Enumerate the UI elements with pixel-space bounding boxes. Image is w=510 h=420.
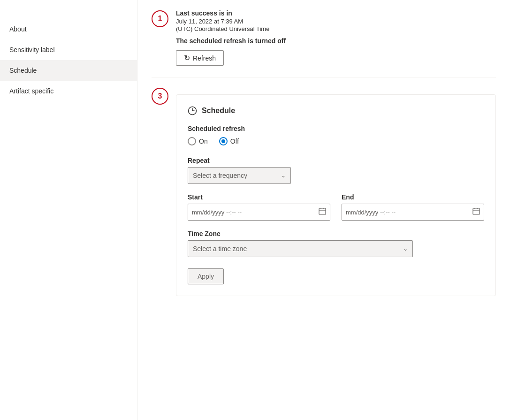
timezone-label: Time Zone [188,230,484,237]
radio-on[interactable]: On [188,137,208,145]
timezone-dropdown-arrow: ⌄ [403,245,408,252]
start-placeholder: mm/dd/yyyy --:-- -- [192,209,319,216]
step1-badge: 1 [152,10,168,27]
sidebar-item-sensitivity-label[interactable]: Sensitivity label [0,39,137,60]
datetime-row: Start mm/dd/yyyy --:-- -- [188,193,484,221]
scheduled-refresh-label: Scheduled refresh [188,125,484,132]
radio-off-dot [221,139,225,143]
apply-button[interactable]: Apply [188,268,224,284]
svg-rect-7 [473,208,480,214]
scheduled-refresh-radio-group: On Off [188,137,484,145]
apply-button-label: Apply [198,273,214,280]
last-success-tz: (UTC) Coordinated Universal Time [176,25,496,32]
step3-content: Schedule Scheduled refresh On [176,87,496,296]
end-field: End mm/dd/yyyy --:-- -- [342,193,484,221]
clock-icon [188,106,197,115]
start-label: Start [188,193,330,201]
step3-section: 3 Schedule Scheduled refresh [152,87,496,296]
timezone-placeholder: Select a time zone [193,245,247,252]
refresh-icon: ↻ [184,53,190,62]
svg-rect-3 [319,208,326,214]
schedule-card: Schedule Scheduled refresh On [176,94,496,296]
repeat-placeholder: Select a frequency [193,172,247,179]
start-input[interactable]: mm/dd/yyyy --:-- -- [188,204,330,221]
divider-1 [152,77,496,77]
step3-badge: 3 [152,88,168,105]
radio-off-label: Off [230,137,239,145]
end-calendar-icon[interactable] [472,207,480,217]
repeat-label: Repeat [188,157,484,164]
end-label: End [342,193,484,201]
start-field: Start mm/dd/yyyy --:-- -- [188,193,330,221]
sidebar: About Sensitivity label Schedule Artifac… [0,0,137,420]
last-success-time: July 11, 2022 at 7:39 AM [176,18,496,25]
sidebar-item-schedule[interactable]: Schedule [0,60,137,81]
end-input[interactable]: mm/dd/yyyy --:-- -- [342,204,484,221]
sidebar-item-artifact-specific[interactable]: Artifact specific [0,81,137,101]
schedule-card-header: Schedule [188,106,484,115]
radio-on-label: On [199,137,208,145]
radio-on-circle [188,137,196,145]
sidebar-item-about[interactable]: About [0,19,137,39]
refresh-button-label: Refresh [193,54,216,62]
scheduled-status-text: The scheduled refresh is turned off [176,37,496,45]
timezone-dropdown[interactable]: Select a time zone ⌄ [188,240,413,257]
schedule-card-title: Schedule [202,107,235,115]
step1-section: 1 Last success is in July 11, 2022 at 7:… [152,9,496,66]
repeat-dropdown[interactable]: Select a frequency ⌄ [188,167,291,184]
radio-off-circle [219,137,228,145]
start-calendar-icon[interactable] [319,207,326,217]
last-success-title: Last success is in [176,9,496,17]
refresh-button[interactable]: ↻ Refresh [176,50,224,66]
main-content: 1 Last success is in July 11, 2022 at 7:… [137,0,510,420]
page-layout: About Sensitivity label Schedule Artifac… [0,0,510,420]
repeat-dropdown-arrow: ⌄ [281,172,286,179]
step1-content: Last success is in July 11, 2022 at 7:39… [176,9,496,66]
radio-off[interactable]: Off [219,137,239,145]
end-placeholder: mm/dd/yyyy --:-- -- [346,209,472,216]
